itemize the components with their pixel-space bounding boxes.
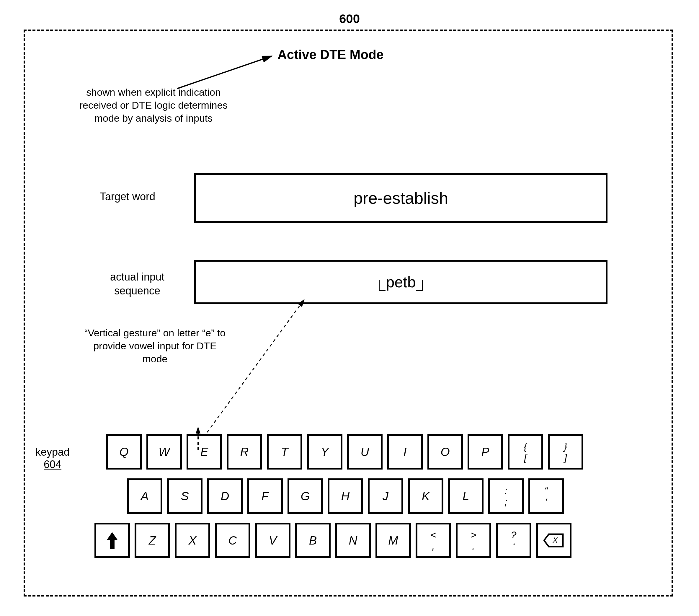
key-bracket-close-top: } xyxy=(564,441,567,451)
key-r[interactable]: R xyxy=(227,434,262,470)
mode-title: Active DTE Mode xyxy=(277,47,383,62)
key-comma[interactable]: < , xyxy=(416,523,451,558)
key-a[interactable]: A xyxy=(127,479,162,514)
key-h[interactable]: H xyxy=(328,479,363,514)
svg-line-0 xyxy=(177,56,272,89)
key-period-bot: . xyxy=(472,541,475,551)
key-j[interactable]: J xyxy=(368,479,403,514)
key-period-top: > xyxy=(471,530,476,540)
input-sequence-value: petb xyxy=(386,273,416,291)
key-slash[interactable]: ? ‘ xyxy=(496,523,531,558)
figure-canvas: 600 Active DTE Mode shown when explicit … xyxy=(12,12,687,604)
key-bracket-close[interactable]: } ] xyxy=(548,434,583,470)
keypad-ref-number: 604 xyxy=(44,458,62,470)
key-quote[interactable]: “ ‘ xyxy=(528,479,564,514)
key-semicolon-bot: ; xyxy=(504,497,507,507)
key-q[interactable]: Q xyxy=(106,434,142,470)
key-d[interactable]: D xyxy=(207,479,243,514)
key-bracket-open[interactable]: { [ xyxy=(508,434,543,470)
key-p[interactable]: P xyxy=(467,434,503,470)
key-i[interactable]: I xyxy=(387,434,423,470)
key-o[interactable]: O xyxy=(427,434,463,470)
input-sequence-label: actual input sequence xyxy=(93,270,182,298)
key-shift[interactable] xyxy=(94,523,130,558)
keypad-label: keypad 604 xyxy=(36,446,70,471)
key-w[interactable]: W xyxy=(146,434,182,470)
keypad: Q W E R T Y U I O P { xyxy=(106,434,583,567)
key-c[interactable]: C xyxy=(215,523,250,558)
key-row-3: Z X C V B N M < , > . ? ‘ X xyxy=(94,523,583,558)
svg-text:X: X xyxy=(552,536,558,545)
figure-number: 600 xyxy=(339,12,360,26)
key-bracket-close-bot: ] xyxy=(564,453,567,462)
key-comma-top: < xyxy=(431,530,436,540)
key-v[interactable]: V xyxy=(255,523,290,558)
key-u[interactable]: U xyxy=(347,434,383,470)
key-k[interactable]: K xyxy=(408,479,443,514)
key-x[interactable]: X xyxy=(175,523,210,558)
key-semicolon[interactable]: : ; xyxy=(488,479,524,514)
key-m[interactable]: M xyxy=(375,523,411,558)
key-e[interactable]: E xyxy=(187,434,222,470)
key-quote-top: “ xyxy=(544,485,548,496)
key-quote-bot: ‘ xyxy=(545,497,547,507)
key-backspace[interactable]: X xyxy=(536,523,571,558)
key-row-1: Q W E R T Y U I O P { xyxy=(106,434,583,470)
key-n[interactable]: N xyxy=(335,523,371,558)
keypad-label-text: keypad xyxy=(36,446,70,458)
key-b[interactable]: B xyxy=(295,523,331,558)
target-word-value: pre-establish xyxy=(354,188,448,208)
backspace-icon: X xyxy=(543,533,564,548)
key-slash-top: ? xyxy=(511,530,517,540)
target-word-label: Target word xyxy=(100,191,155,203)
target-word-box: pre-establish xyxy=(194,173,607,223)
key-bracket-open-bot: [ xyxy=(524,453,527,462)
key-s[interactable]: S xyxy=(167,479,202,514)
key-comma-bot: , xyxy=(432,541,435,551)
key-l[interactable]: L xyxy=(448,479,484,514)
svg-line-1 xyxy=(204,300,304,437)
shift-arrow-icon xyxy=(106,532,118,549)
key-slash-bot: ‘ xyxy=(512,541,515,551)
key-row-2: A S D F G H J K L : ; “ ‘ xyxy=(127,479,583,514)
dashed-gesture-pointer xyxy=(201,297,319,442)
key-g[interactable]: G xyxy=(288,479,323,514)
key-f[interactable]: F xyxy=(247,479,283,514)
vertical-gesture-arrow-icon xyxy=(194,427,202,451)
explanation-note: shown when explicit indication received … xyxy=(78,86,229,125)
key-period[interactable]: > . xyxy=(456,523,491,558)
key-t[interactable]: T xyxy=(267,434,302,470)
key-z[interactable]: Z xyxy=(135,523,170,558)
key-y[interactable]: Y xyxy=(307,434,342,470)
key-bracket-open-top: { xyxy=(524,441,527,451)
key-semicolon-top: : xyxy=(504,485,507,496)
